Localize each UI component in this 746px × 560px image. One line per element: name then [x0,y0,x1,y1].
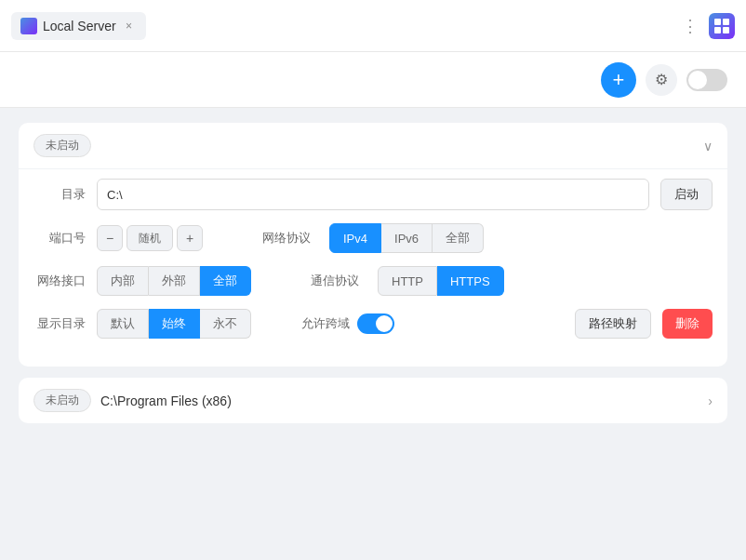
network-ipv6-button[interactable]: IPv6 [381,223,433,253]
settings-icon: ⚙ [655,71,668,88]
port-random-button[interactable]: 随机 [127,225,173,251]
dir-display-label: 显示目录 [33,315,86,332]
directory-row: 目录 启动 [33,179,713,210]
toolbar: + ⚙ [0,52,746,108]
dir-always-button[interactable]: 始终 [149,309,200,339]
port-controls: − 随机 + [97,225,203,251]
title-bar-right: ⋮ [682,13,735,39]
port-plus-button[interactable]: + [177,225,203,251]
theme-toggle[interactable] [686,69,727,91]
interface-internal-button[interactable]: 内部 [97,266,149,296]
dir-display-cross-row: 显示目录 默认 始终 永不 允许跨域 路径映射 删除 [33,309,713,339]
server-header-left-2: 未启动 C:\Program Files (x86) [33,389,232,412]
comm-protocol-label: 通信协议 [311,273,366,289]
cross-origin-knob [376,315,393,332]
app-icon [709,13,735,39]
server-card-2-header[interactable]: 未启动 C:\Program Files (x86) › [19,378,727,423]
tab-item[interactable]: Local Server × [11,12,146,40]
cross-origin-toggle[interactable] [357,313,394,334]
protocol-http-button[interactable]: HTTP [378,266,437,296]
title-bar-left: Local Server × [11,12,146,40]
port-label: 端口号 [33,230,86,247]
directory-input[interactable] [97,179,649,210]
settings-button[interactable]: ⚙ [646,64,677,96]
delete-button[interactable]: 删除 [662,309,713,339]
start-button[interactable]: 启动 [660,179,713,210]
chevron-right-icon: › [708,393,713,408]
dir-default-button[interactable]: 默认 [97,309,149,339]
server-header-left: 未启动 [33,134,91,157]
interface-all-button[interactable]: 全部 [200,266,251,296]
svg-rect-0 [714,19,721,25]
cross-origin-label: 允许跨域 [301,315,350,332]
title-bar: Local Server × ⋮ [0,0,746,52]
interface-group: 内部 外部 全部 [97,266,251,296]
tab-close-button[interactable]: × [122,19,137,33]
network-all-button[interactable]: 全部 [433,223,484,253]
interface-external-button[interactable]: 外部 [149,266,200,296]
dir-label: 目录 [33,186,86,203]
server-detail-1: 目录 启动 端口号 − 随机 + 网络协议 IPv4 IPv6 全部 [19,168,727,367]
port-minus-button[interactable]: − [97,225,123,251]
svg-rect-2 [714,27,721,33]
main-content: 未启动 ∨ 目录 启动 端口号 − 随机 + 网络协议 [0,108,746,449]
chevron-down-icon: ∨ [703,139,713,153]
svg-rect-1 [723,19,729,25]
tab-label: Local Server [43,19,116,33]
menu-dots-icon[interactable]: ⋮ [682,16,699,36]
status-badge-1: 未启动 [33,134,91,157]
add-server-button[interactable]: + [601,62,636,98]
network-protocol-label: 网络协议 [262,230,318,247]
server-card-1: 未启动 ∨ 目录 启动 端口号 − 随机 + 网络协议 [19,123,727,367]
network-ipv4-button[interactable]: IPv4 [329,223,381,253]
svg-rect-3 [723,27,729,33]
path-map-button[interactable]: 路径映射 [575,309,651,339]
network-protocol-group: IPv4 IPv6 全部 [329,223,484,253]
interface-label: 网络接口 [33,273,86,289]
cross-origin-row: 允许跨域 [301,313,394,334]
tab-icon [20,18,37,34]
server-card-1-header[interactable]: 未启动 ∨ [19,123,727,168]
server-path-2: C:\Program Files (x86) [100,393,232,408]
server-card-2: 未启动 C:\Program Files (x86) › [19,378,727,423]
comm-protocol-group: HTTP HTTPS [378,266,504,296]
protocol-https-button[interactable]: HTTPS [437,266,504,296]
interface-protocol-row: 网络接口 内部 外部 全部 通信协议 HTTP HTTPS [33,266,713,296]
port-network-row: 端口号 − 随机 + 网络协议 IPv4 IPv6 全部 [33,223,713,253]
dir-display-group: 默认 始终 永不 [97,309,251,339]
status-badge-2: 未启动 [33,389,91,412]
dir-never-button[interactable]: 永不 [200,309,251,339]
theme-toggle-knob [688,71,707,89]
